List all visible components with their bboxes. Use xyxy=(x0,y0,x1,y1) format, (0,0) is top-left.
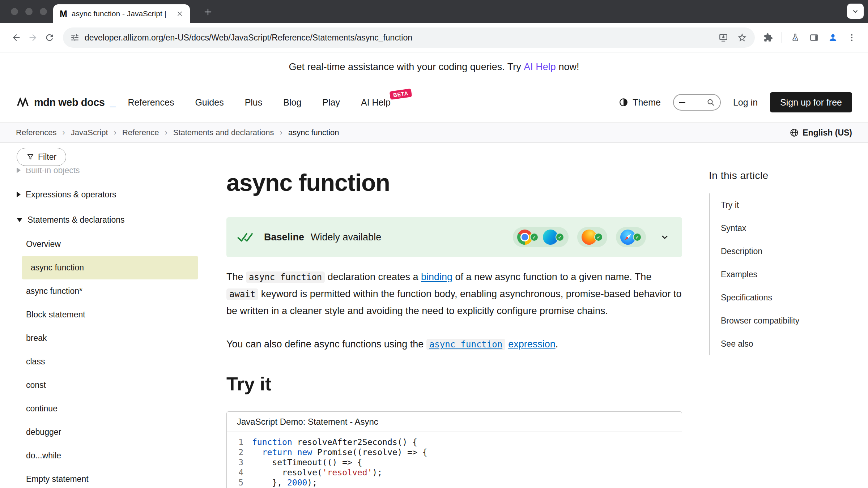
toc-link-try-it[interactable]: Try it xyxy=(721,200,739,210)
sidebar-item-overview[interactable]: Overview xyxy=(17,232,192,256)
minimize-window-button[interactable] xyxy=(25,8,33,15)
zoom-window-button[interactable] xyxy=(40,8,47,15)
mdn-favicon-icon: M xyxy=(60,9,67,18)
async-function-expression-link[interactable]: async functionexpression xyxy=(426,339,556,350)
nav-references[interactable]: References xyxy=(128,97,174,108)
puzzle-icon xyxy=(763,33,773,42)
sidebar-item-block-statement[interactable]: Block statement xyxy=(17,303,192,326)
toc-link-browser-compatibility[interactable]: Browser compatibility xyxy=(721,316,799,326)
toc-link-syntax[interactable]: Syntax xyxy=(721,223,746,233)
page-content: Filter Built-in objects Expressions & op… xyxy=(0,143,868,488)
sidebar-item-continue[interactable]: continue xyxy=(17,397,192,420)
three-dots-icon xyxy=(847,33,856,42)
sidebar-section-expressions[interactable]: Expressions & operators xyxy=(17,182,202,207)
site-settings-icon[interactable] xyxy=(70,33,80,42)
nav-plus[interactable]: Plus xyxy=(245,97,263,108)
filter-icon xyxy=(26,153,34,161)
sidebar-item-break[interactable]: break xyxy=(17,326,192,350)
sidebar-item-debugger[interactable]: debugger xyxy=(17,420,192,444)
globe-icon xyxy=(790,128,799,137)
back-button[interactable] xyxy=(8,29,25,46)
tab-strip: M async function - JavaScript | xyxy=(0,0,868,23)
sidebar-item-async-function-star[interactable]: async function* xyxy=(17,279,192,303)
address-bar[interactable]: developer.allizom.org/en-US/docs/Web/Jav… xyxy=(63,27,755,48)
extensions-button[interactable] xyxy=(760,29,776,46)
nav-play[interactable]: Play xyxy=(322,97,340,108)
sidebar-nav: Built-in objects Expressions & operators… xyxy=(17,168,202,488)
inline-code: async function xyxy=(246,271,325,283)
nav-blog[interactable]: Blog xyxy=(283,97,301,108)
chevron-down-icon xyxy=(17,218,22,222)
forward-button[interactable] xyxy=(25,29,41,46)
tab-title: async function - JavaScript | xyxy=(72,9,170,18)
language-selector[interactable]: English (US) xyxy=(790,128,852,138)
baseline-browser-support: ✓ ✓ ✓ ✓ xyxy=(513,227,670,247)
expression-paragraph: You can also define async functions usin… xyxy=(226,336,682,353)
text: . xyxy=(556,339,558,350)
header-actions: Theme Log in Sign up for free xyxy=(619,92,852,112)
text: You can also define async functions usin… xyxy=(226,339,426,350)
search-input[interactable] xyxy=(673,94,721,111)
demo-code[interactable]: 1function resolveAfter2Seconds() {2 retu… xyxy=(227,432,682,488)
sidebar-section-label: Expressions & operators xyxy=(26,190,116,200)
url-text: developer.allizom.org/en-US/docs/Web/Jav… xyxy=(85,33,711,43)
new-tab-button[interactable] xyxy=(202,6,214,18)
breadcrumb-statements[interactable]: Statements and declarations xyxy=(173,128,274,137)
theme-icon xyxy=(619,98,628,107)
breadcrumb-current[interactable]: async function xyxy=(288,128,339,137)
browser-tab[interactable]: M async function - JavaScript | xyxy=(53,4,190,23)
binding-link[interactable]: binding xyxy=(421,271,452,282)
toc-link-examples[interactable]: Examples xyxy=(721,270,757,279)
sidebar-item-const[interactable]: const xyxy=(17,373,192,397)
sidebar-filter-button[interactable]: Filter xyxy=(17,148,66,166)
safari-support: ✓ xyxy=(620,230,642,245)
sidebar-section-statements[interactable]: Statements & declarations xyxy=(17,207,202,232)
inline-code: await xyxy=(226,288,258,300)
close-tab-button[interactable] xyxy=(175,9,185,19)
sidebar-item-empty-statement[interactable]: Empty statement xyxy=(17,467,192,488)
toc-link-specifications[interactable]: Specifications xyxy=(721,293,772,303)
edge-support: ✓ xyxy=(543,230,564,245)
mdn-logo[interactable]: mdn web docs_ xyxy=(16,97,116,108)
sidebar-section-built-in-objects[interactable]: Built-in objects xyxy=(17,168,202,182)
toc-item: Description xyxy=(721,240,854,263)
profile-button[interactable] xyxy=(825,29,841,46)
breadcrumb-javascript[interactable]: JavaScript xyxy=(71,128,108,137)
article: async function Baseline Widely available… xyxy=(226,143,682,488)
sidebar-item-class[interactable]: class xyxy=(17,350,192,373)
browser-menu-button[interactable] xyxy=(843,29,860,46)
side-panel-button[interactable] xyxy=(806,29,822,46)
breadcrumb-reference[interactable]: Reference xyxy=(122,128,159,137)
check-badge-icon: ✓ xyxy=(594,233,603,241)
signup-button[interactable]: Sign up for free xyxy=(770,92,852,112)
breadcrumb-separator xyxy=(114,128,116,137)
ai-help-link[interactable]: AI Help xyxy=(524,61,556,73)
install-app-button[interactable] xyxy=(716,31,730,44)
close-window-button[interactable] xyxy=(11,8,18,15)
experiments-button[interactable] xyxy=(787,29,804,46)
bookmark-button[interactable] xyxy=(735,31,749,44)
reload-button[interactable] xyxy=(41,29,58,46)
flask-icon xyxy=(791,33,800,42)
main-nav: References Guides Plus Blog Play AI Help… xyxy=(128,97,391,108)
baseline-label: Baseline xyxy=(264,232,304,243)
baseline-expand-chevron[interactable] xyxy=(660,232,670,242)
chrome-support: ✓ xyxy=(517,230,539,245)
firefox-support: ✓ xyxy=(582,230,603,245)
browser-toolbar: developer.allizom.org/en-US/docs/Web/Jav… xyxy=(0,23,868,52)
nav-ai-help[interactable]: AI Help xyxy=(361,97,391,107)
reload-icon xyxy=(44,33,55,43)
nav-guides[interactable]: Guides xyxy=(195,97,224,108)
toc-link-see-also[interactable]: See also xyxy=(721,339,753,349)
sidebar-item-do-while[interactable]: do...while xyxy=(17,444,192,467)
tab-search-button[interactable] xyxy=(847,4,864,19)
toc-item: Examples xyxy=(721,263,854,286)
intro-paragraph: The async function declaration creates a… xyxy=(226,269,682,319)
login-link[interactable]: Log in xyxy=(733,97,758,108)
chevron-down-icon xyxy=(851,7,860,16)
toc-link-description[interactable]: Description xyxy=(721,247,762,256)
theme-button[interactable]: Theme xyxy=(619,97,661,108)
sidebar: Filter Built-in objects Expressions & op… xyxy=(17,143,202,488)
sidebar-item-async-function[interactable]: async function xyxy=(22,256,198,279)
breadcrumb-references[interactable]: References xyxy=(16,128,57,137)
